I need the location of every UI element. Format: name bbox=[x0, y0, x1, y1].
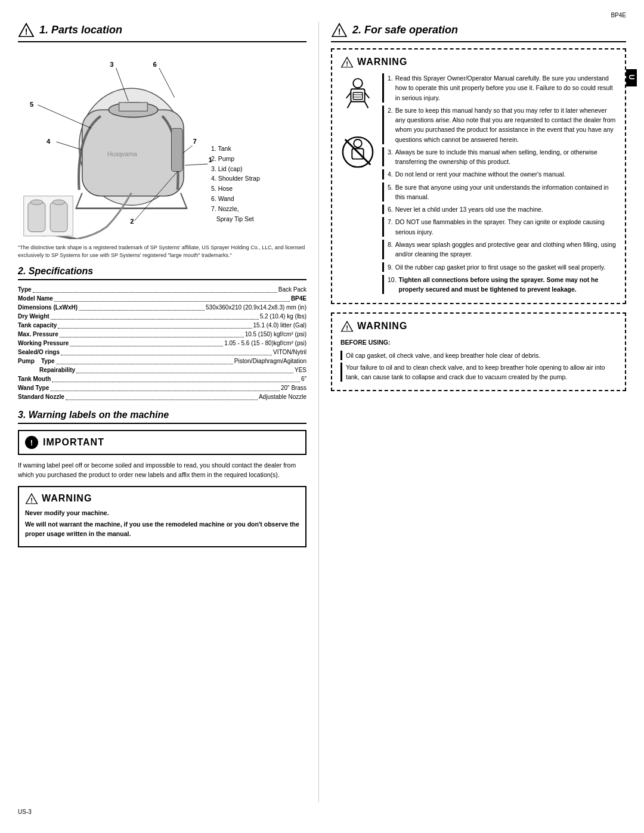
spec-dots-model bbox=[54, 301, 290, 302]
specifications-title: 2. Specifications bbox=[18, 266, 306, 280]
spec-label-workp: Working Pressure bbox=[18, 339, 69, 348]
warning-item-5: 5. Be sure that anyone using your unit u… bbox=[382, 182, 617, 202]
spec-label-repairability: Repairability bbox=[18, 366, 75, 374]
page: BP4E ! ! 1. Parts location bbox=[0, 0, 644, 833]
svg-text:!: ! bbox=[338, 27, 341, 36]
warning-item-8: 8. Always wear splash goggles and protec… bbox=[382, 240, 617, 259]
spec-row-dim: Dimensions (LxWxH) 530x360x210 (20.9x14.… bbox=[18, 303, 306, 312]
for-safe-operation-title: 2. For safe operation bbox=[352, 24, 458, 36]
parts-location-header: ! ! 1. Parts location bbox=[18, 21, 306, 42]
part-2: 2. Pump bbox=[211, 154, 306, 164]
spec-dots bbox=[33, 292, 277, 293]
spec-dots-nozzle bbox=[66, 400, 258, 400]
warning-label-right-2: WARNING bbox=[357, 321, 407, 332]
trademark-text: "The distinctive tank shape is a registe… bbox=[18, 244, 306, 259]
parts-location-title: 1. Parts location bbox=[39, 24, 122, 36]
warning-item-9: 9. Oil the rubber cap gasket prior to fi… bbox=[382, 262, 617, 272]
spec-value-mouth: 6" bbox=[301, 374, 306, 383]
spec-label-mouth: Tank Mouth bbox=[18, 374, 51, 383]
warning-labels-section: 3. Warning labels on the machine ! IMPOR… bbox=[18, 410, 306, 547]
spec-row-repairability: Repairability YES bbox=[18, 366, 306, 374]
before-using-item-2: Your failure to oil and to clean check v… bbox=[340, 363, 617, 382]
spec-label-type: Type bbox=[18, 285, 32, 294]
spec-dots-pump-type bbox=[56, 364, 233, 364]
important-box: ! IMPORTANT bbox=[18, 430, 306, 455]
svg-rect-35 bbox=[50, 202, 67, 232]
part-7b: Spray Tip Set bbox=[211, 214, 306, 224]
warning-bold1: Never modify your machine. bbox=[25, 509, 109, 516]
svg-rect-48 bbox=[353, 92, 362, 100]
spec-row-pump-type: Pump Type Piston/Diaphragm/Agitation bbox=[18, 357, 306, 366]
spec-label-weight: Dry Weight bbox=[18, 312, 49, 321]
warning-bold2: We will not warrant the machine, if you … bbox=[25, 521, 299, 537]
svg-line-51 bbox=[348, 102, 351, 109]
warning-box-left-text: Never modify your machine. We will not w… bbox=[25, 509, 299, 539]
spec-dots-workp bbox=[70, 346, 223, 346]
spec-label-tank: Tank capacity bbox=[18, 321, 57, 330]
svg-rect-14 bbox=[171, 128, 182, 171]
part-1: 1. Tank bbox=[211, 144, 306, 154]
spec-value-tank: 15.1 (4.0) litter (Gal) bbox=[253, 321, 306, 330]
svg-text:!: ! bbox=[346, 324, 348, 332]
prohibition-icon bbox=[340, 135, 375, 169]
spec-value-seal: VITON/Nytril bbox=[273, 348, 306, 357]
spec-label-model: Model Name bbox=[18, 294, 53, 303]
spec-value-weight: 5.2 (10.4) kg (lbs) bbox=[260, 312, 306, 321]
svg-line-25 bbox=[56, 142, 82, 150]
parts-list-text: 1. Tank 2. Pump 3. Lid (cap) 4. Shoulder… bbox=[211, 144, 306, 224]
svg-line-53 bbox=[346, 92, 351, 98]
spec-row-model: Model Name BP4E bbox=[18, 294, 306, 303]
main-columns: ! ! 1. Parts location bbox=[18, 21, 626, 803]
important-label: IMPORTANT bbox=[43, 437, 104, 448]
warning-label-right-1: WARNING bbox=[357, 57, 407, 67]
important-content: ! IMPORTANT bbox=[25, 436, 104, 449]
spec-row-tank: Tank capacity 15.1 (4.0) litter (Gal) bbox=[18, 321, 306, 330]
svg-point-34 bbox=[30, 200, 43, 205]
dashed-warning-header-1: ! WARNING bbox=[340, 55, 617, 69]
spec-row-wand: Wand Type 20" Brass bbox=[18, 383, 306, 392]
spec-row-type: Type Back Pack bbox=[18, 285, 306, 294]
before-using-title: BEFORE USING: bbox=[340, 337, 617, 347]
spec-value-workp: 1.05 - 5.6 (15 - 80)kgf/cm² (psi) bbox=[224, 339, 306, 348]
spec-value-type: Back Pack bbox=[278, 285, 306, 294]
spec-label-seal: Sealed/O rings bbox=[18, 348, 60, 357]
page-num-left: US-3 bbox=[18, 809, 32, 815]
spec-label-maxp: Max. Pressure bbox=[18, 330, 58, 339]
important-icon: ! bbox=[25, 436, 38, 449]
svg-point-56 bbox=[354, 140, 362, 148]
svg-line-27 bbox=[183, 145, 192, 153]
parts-diagram: Husqvarna bbox=[18, 48, 306, 239]
top-bar: BP4E bbox=[18, 12, 626, 18]
spec-dots-seal bbox=[61, 355, 272, 355]
svg-text:!: ! bbox=[30, 496, 33, 503]
before-using-item-1: Oil cap gasket, oil check valve, and kee… bbox=[340, 351, 617, 360]
part-7: 7. Nozzle, bbox=[211, 204, 306, 214]
part-5: 5. Hose bbox=[211, 184, 306, 194]
spec-value-wand: 20" Brass bbox=[281, 383, 306, 392]
spec-value-nozzle: Adjustable Nozzle bbox=[259, 392, 306, 401]
warning-item-3: 3. Always be sure to include this manual… bbox=[382, 147, 617, 167]
warning-box-left: ! WARNING Never modify your machine. We … bbox=[18, 486, 306, 547]
right-column: ! 2. For safe operation U S ! WARNING bbox=[319, 21, 626, 803]
specifications-section: 2. Specifications Type Back Pack Model N… bbox=[18, 266, 306, 401]
warning-labels-title: 3. Warning labels on the machine bbox=[18, 410, 306, 424]
svg-point-46 bbox=[353, 79, 362, 88]
spec-dots-maxp bbox=[60, 337, 244, 337]
svg-rect-12 bbox=[119, 103, 147, 111]
warning-box-left-header: ! WARNING bbox=[25, 492, 299, 505]
warning-icon-right-1: ! bbox=[340, 55, 354, 69]
svg-text:7: 7 bbox=[193, 138, 197, 145]
warning-item-2: 2. Be sure to keep this manual handy so … bbox=[382, 106, 617, 144]
side-tab: U S bbox=[626, 69, 637, 86]
spec-dots-wand bbox=[50, 391, 280, 391]
warning-label-left: WARNING bbox=[42, 493, 92, 504]
warning-item-1: 1. Read this Sprayer Owner/Operator Manu… bbox=[382, 73, 617, 103]
dashed-warning-box-2: ! WARNING BEFORE USING: Oil cap gasket, … bbox=[331, 312, 626, 391]
part-4: 4. Shoulder Strap bbox=[211, 174, 306, 184]
svg-line-54 bbox=[365, 92, 370, 98]
spec-dots-tank bbox=[58, 328, 252, 329]
svg-text:2: 2 bbox=[130, 218, 134, 225]
warning-item-10: 10. Tighten all connections before using… bbox=[382, 275, 617, 295]
safety-icons-area bbox=[340, 73, 375, 297]
spec-value-repairability: YES bbox=[295, 366, 306, 374]
